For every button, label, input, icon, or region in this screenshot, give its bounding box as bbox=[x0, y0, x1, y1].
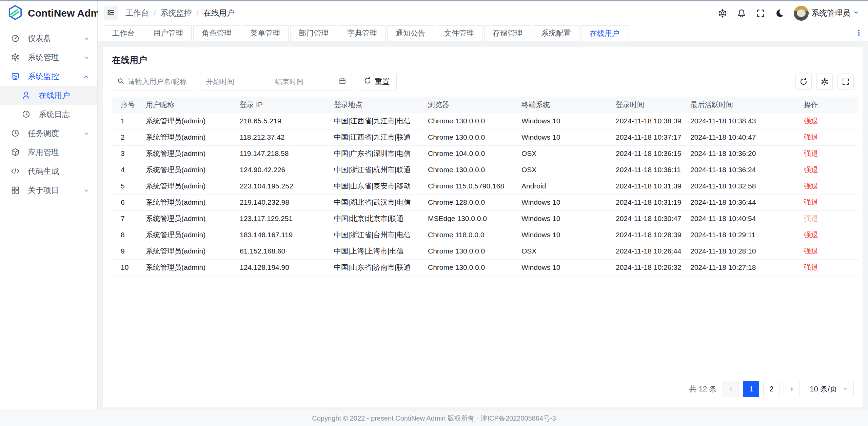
breadcrumb-item[interactable]: 工作台 bbox=[125, 8, 149, 18]
breadcrumb-separator: / bbox=[196, 8, 198, 18]
search-input[interactable] bbox=[128, 78, 190, 86]
force-logout-link[interactable]: 强退 bbox=[804, 182, 818, 190]
tab-文件管理[interactable]: 文件管理 bbox=[436, 25, 482, 41]
reset-refresh-icon bbox=[364, 77, 371, 86]
cell-last_active: 2024-11-18 10:40:54 bbox=[690, 210, 804, 227]
table-fullscreen-button[interactable] bbox=[837, 74, 854, 90]
fullscreen-icon[interactable] bbox=[756, 8, 765, 18]
sidebar-item-系统监控[interactable]: 系统监控 bbox=[0, 67, 97, 86]
tab-通知公告[interactable]: 通知公告 bbox=[387, 25, 434, 41]
user-name: 系统管理员 bbox=[811, 8, 850, 18]
topbar: 工作台/系统监控/在线用户 bbox=[98, 1, 868, 25]
tab-工作台[interactable]: 工作台 bbox=[104, 25, 143, 41]
settings-icon[interactable] bbox=[718, 8, 727, 18]
date-range-picker[interactable]: 开始时间 - 结束时间 bbox=[200, 73, 352, 90]
cell-os: OSX bbox=[521, 145, 616, 162]
table-row: 10系统管理员(admin)124.128.194.90中国|山东省|济南市|联… bbox=[112, 259, 858, 276]
range-separator: - bbox=[270, 78, 272, 86]
page-title: 在线用户 bbox=[112, 54, 854, 66]
force-logout-link[interactable]: 强退 bbox=[804, 231, 818, 239]
username-search-field[interactable] bbox=[112, 73, 195, 90]
cell-action: 强退 bbox=[804, 243, 858, 259]
cell-ip: 124.128.194.90 bbox=[240, 259, 334, 276]
tab-系统配置[interactable]: 系统配置 bbox=[533, 25, 579, 41]
force-logout-link[interactable]: 强退 bbox=[804, 117, 818, 125]
sidebar-item-label: 应用管理 bbox=[28, 147, 90, 158]
page-size-select[interactable]: 10 条/页 bbox=[804, 381, 854, 397]
cell-nickname: 系统管理员(admin) bbox=[146, 145, 240, 162]
force-logout-link[interactable]: 强退 bbox=[804, 149, 818, 157]
sidebar-item-label: 系统监控 bbox=[28, 71, 83, 82]
online-users-table: 序号用户昵称登录 IP登录地点浏览器终端系统登录时间最后活跃时间操作 1系统管理… bbox=[112, 97, 858, 276]
menu-fold-button[interactable] bbox=[104, 6, 118, 20]
column-header: 最后活跃时间 bbox=[690, 97, 804, 113]
avatar bbox=[794, 6, 809, 21]
tab-角色管理[interactable]: 角色管理 bbox=[193, 25, 240, 41]
cell-login_time: 2024-11-18 10:30:47 bbox=[616, 210, 690, 227]
cell-browser: Chrome 118.0.0.0 bbox=[428, 227, 521, 243]
cell-nickname: 系统管理员(admin) bbox=[146, 178, 240, 194]
start-time-placeholder: 开始时间 bbox=[206, 77, 266, 86]
cell-location: 中国|浙江省|杭州市|联通 bbox=[334, 162, 428, 178]
sidebar-item-代码生成[interactable]: 代码生成 bbox=[0, 162, 97, 181]
reset-label: 重置 bbox=[375, 77, 390, 87]
history-icon bbox=[21, 109, 31, 119]
chevron-down-icon bbox=[83, 130, 90, 137]
sidebar-item-系统管理[interactable]: 系统管理 bbox=[0, 48, 97, 67]
force-logout-link[interactable]: 强退 bbox=[804, 263, 818, 271]
chevron-down-icon bbox=[83, 187, 90, 194]
tab-部门管理[interactable]: 部门管理 bbox=[290, 25, 337, 41]
column-header: 操作 bbox=[804, 97, 858, 113]
user-menu[interactable]: 系统管理员 bbox=[794, 6, 859, 21]
cell-nickname: 系统管理员(admin) bbox=[146, 227, 240, 243]
end-time-placeholder: 结束时间 bbox=[275, 77, 336, 86]
refresh-button[interactable] bbox=[795, 74, 812, 90]
cell-os: Windows 10 bbox=[521, 259, 616, 276]
pagination-page-2[interactable]: 2 bbox=[763, 381, 780, 397]
tab-用户管理[interactable]: 用户管理 bbox=[145, 25, 192, 41]
chevron-down-icon bbox=[853, 9, 859, 17]
sidebar-item-任务调度[interactable]: 任务调度 bbox=[0, 124, 97, 143]
sidebar-item-仪表盘[interactable]: 仪表盘 bbox=[0, 29, 97, 48]
reset-button[interactable]: 重置 bbox=[357, 73, 397, 90]
cell-no: 9 bbox=[112, 243, 146, 259]
column-header: 登录地点 bbox=[334, 97, 428, 113]
pagination-prev-button[interactable] bbox=[723, 381, 739, 397]
user-icon bbox=[21, 90, 31, 100]
sidebar: ContiNew Admin 仪表盘系统管理系统监控在线用户系统日志任务调度应用… bbox=[0, 1, 98, 410]
pagination-next-button[interactable] bbox=[784, 381, 800, 397]
sidebar-item-应用管理[interactable]: 应用管理 bbox=[0, 143, 97, 162]
column-settings-button[interactable] bbox=[816, 74, 833, 90]
brand-logo[interactable]: ContiNew Admin bbox=[0, 1, 97, 25]
force-logout-link[interactable]: 强退 bbox=[804, 247, 818, 255]
breadcrumb-item[interactable]: 系统监控 bbox=[160, 8, 192, 18]
cell-location: 中国|江西省|九江市|电信 bbox=[334, 113, 428, 129]
notification-bell-icon[interactable] bbox=[737, 8, 746, 18]
content-area: 在线用户 开始时间 - 结束时间 bbox=[98, 41, 868, 410]
cell-ip: 223.104.195.252 bbox=[240, 178, 334, 194]
sidebar-item-关于项目[interactable]: 关于项目 bbox=[0, 181, 97, 200]
column-header: 用户昵称 bbox=[146, 97, 240, 113]
cell-nickname: 系统管理员(admin) bbox=[146, 129, 240, 145]
force-logout-link[interactable]: 强退 bbox=[804, 133, 818, 141]
tab-存储管理[interactable]: 存储管理 bbox=[484, 25, 531, 41]
tabs-more-icon[interactable] bbox=[854, 28, 863, 37]
force-logout-link[interactable]: 强退 bbox=[804, 166, 818, 174]
tab-字典管理[interactable]: 字典管理 bbox=[339, 25, 386, 41]
table-toolbar bbox=[795, 74, 854, 90]
sidebar-subitem-在线用户[interactable]: 在线用户 bbox=[0, 86, 97, 105]
tab-在线用户[interactable]: 在线用户 bbox=[581, 25, 628, 41]
column-header: 登录 IP bbox=[240, 97, 334, 113]
dark-mode-moon-icon[interactable] bbox=[775, 8, 784, 18]
tab-菜单管理[interactable]: 菜单管理 bbox=[242, 25, 289, 41]
pagination-page-1[interactable]: 1 bbox=[743, 381, 759, 397]
force-logout-link[interactable]: 强退 bbox=[804, 198, 818, 206]
sidebar-subitem-系统日志[interactable]: 系统日志 bbox=[0, 105, 97, 124]
table-row: 5系统管理员(admin)223.104.195.252中国|山东省|泰安市|移… bbox=[112, 178, 858, 194]
chevron-down-icon bbox=[83, 54, 90, 61]
cube-icon bbox=[10, 147, 20, 157]
calendar-icon bbox=[339, 77, 346, 86]
cell-location: 中国|江西省|九江市|联通 bbox=[334, 129, 428, 145]
cell-no: 8 bbox=[112, 227, 146, 243]
cell-login_time: 2024-11-18 10:26:32 bbox=[616, 259, 690, 276]
